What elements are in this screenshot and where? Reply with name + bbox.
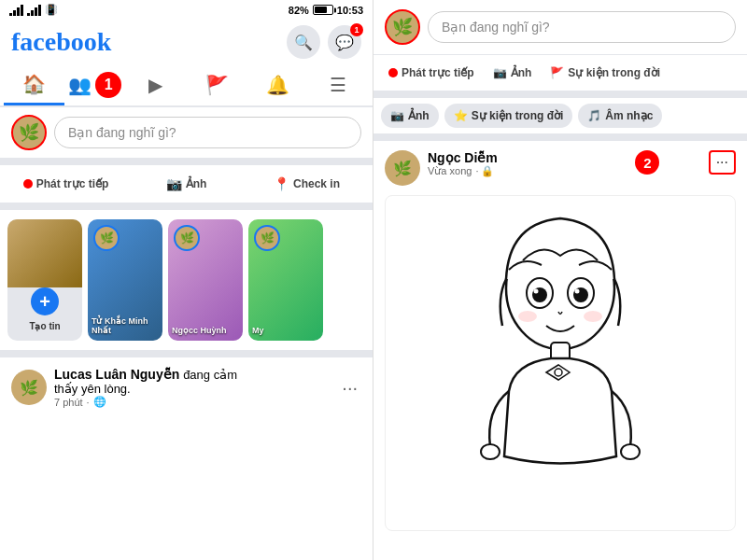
tab-friends[interactable]: 👥 1: [64, 64, 125, 105]
tab-pages[interactable]: 🚩: [187, 66, 247, 104]
user-avatar: 🌿: [11, 115, 47, 150]
checkin-label: Check in: [293, 177, 340, 190]
svg-point-12: [621, 444, 640, 459]
nav-tabs: 🏠 👥 1 ▶ 🚩 🔔 ☰: [0, 64, 373, 107]
right-post-box: 🌿 Bạn đang nghĩ gì?: [374, 0, 747, 55]
right-live-label: Phát trực tiếp: [402, 66, 474, 79]
post-meta: 7 phút · 🌐: [54, 396, 331, 408]
extra-music-button[interactable]: 🎵 Âm nhạc: [578, 104, 662, 128]
clock: 10:53: [337, 5, 363, 16]
step1-badge: 1: [95, 72, 121, 98]
svg-point-7: [518, 311, 537, 322]
post-header: 🌿 Lucas Luân Nguyễn đang cảm thấy yên lò…: [11, 367, 361, 408]
right-post: 🌿 Ngọc Diễm Vừa xong · 🔒 2 ···: [374, 141, 747, 560]
story-name-1: Tử Khắc Minh Nhất: [92, 316, 159, 335]
header-icons: 🔍 💬 1: [287, 25, 361, 59]
create-story-item[interactable]: + Tạo tin: [7, 219, 82, 341]
status-bar-left: 📳: [9, 4, 58, 16]
right-event-button[interactable]: 🚩 Sự kiện trong đời: [543, 61, 668, 85]
right-photo-button[interactable]: 📷 Ảnh: [486, 61, 540, 85]
messenger-badge: 1: [350, 23, 363, 36]
tab-home[interactable]: 🏠: [4, 65, 64, 105]
tab-video[interactable]: ▶: [125, 66, 186, 104]
checkin-icon: 📍: [274, 176, 289, 191]
svg-point-8: [584, 311, 602, 322]
right-post-meta: Vừa xong · 🔒: [428, 165, 701, 177]
extra-photo-button[interactable]: 📷 Ảnh: [381, 104, 439, 128]
privacy-globe: 🌐: [93, 396, 106, 408]
search-button[interactable]: 🔍: [287, 25, 320, 59]
right-user-avatar: 🌿: [385, 9, 420, 45]
wifi-icon: [27, 5, 41, 16]
battery-icon: [313, 5, 333, 15]
add-story-icon: +: [31, 287, 59, 315]
right-panel: 🌿 Bạn đang nghĩ gì? Phát trực tiếp 📷 Ảnh…: [374, 0, 747, 560]
extra-photo-icon: 📷: [390, 109, 404, 122]
battery-percent: 82%: [289, 5, 309, 16]
post-box: 🌿 Bạn đang nghĩ gì?: [0, 107, 373, 165]
story-name-2: Ngọcc Huỳnh: [172, 326, 239, 335]
action-row: Phát trực tiếp 📷 Ảnh 📍 Check in: [0, 165, 373, 210]
svg-point-10: [555, 369, 562, 376]
right-post-time: Vừa xong: [428, 165, 472, 177]
story-name-3: My: [252, 326, 319, 335]
right-extra-row: 📷 Ảnh ⭐ Sự kiện trong đời 🎵 Âm nhạc: [374, 98, 747, 141]
right-photo-label: Ảnh: [511, 66, 532, 79]
story-avatar-1: 🌿: [93, 225, 120, 251]
post-more-button[interactable]: ···: [338, 373, 361, 402]
right-photo-icon: 📷: [493, 66, 507, 79]
story-item-1[interactable]: 🌿 Tử Khắc Minh Nhất: [88, 219, 162, 341]
extra-music-icon: 🎵: [587, 109, 601, 122]
tab-notifications[interactable]: 🔔: [247, 66, 308, 104]
story-avatar-3: 🌿: [254, 225, 280, 251]
post-info: Lucas Luân Nguyễn đang cảm thấy yên lòng…: [54, 367, 331, 408]
right-post-image: [385, 195, 736, 531]
header: facebook 🔍 💬 1: [0, 20, 373, 64]
right-privacy-icon: · 🔒: [475, 165, 494, 177]
svg-point-11: [481, 444, 500, 459]
svg-point-5: [534, 289, 539, 294]
right-live-dot-icon: [388, 68, 398, 77]
right-action-row: Phát trực tiếp 📷 Ảnh 🚩 Sự kiện trong đời: [374, 55, 747, 98]
live-dot-icon: [23, 179, 33, 189]
facebook-logo: facebook: [11, 27, 279, 57]
create-story-label: Tạo tin: [29, 321, 60, 331]
extra-event-icon: ⭐: [454, 109, 468, 122]
post-action-text: đang cảm: [183, 368, 237, 382]
story-item-3[interactable]: 🌿 My: [248, 219, 323, 341]
right-post-author-name: Ngọc Diễm: [428, 150, 701, 165]
post-input[interactable]: Bạn đang nghĩ gì?: [54, 117, 361, 148]
extra-photo-label: Ảnh: [408, 109, 430, 122]
post-author-avatar: 🌿: [11, 370, 47, 405]
messenger-button-wrapper: 💬 1: [328, 25, 361, 59]
checkin-button[interactable]: 📍 Check in: [248, 171, 365, 197]
right-post-header: 🌿 Ngọc Diễm Vừa xong · 🔒 2 ···: [385, 150, 736, 186]
story-item-2[interactable]: 🌿 Ngọcc Huỳnh: [168, 219, 243, 341]
right-post-avatar: 🌿: [385, 150, 420, 186]
privacy-icon: ·: [87, 397, 90, 408]
right-event-icon: 🚩: [550, 66, 564, 79]
photo-label: Ảnh: [186, 177, 207, 190]
story-avatar-2: 🌿: [174, 225, 200, 251]
status-bar: 📳 82% 10:53: [0, 0, 373, 20]
right-post-input[interactable]: Bạn đang nghĩ gì?: [428, 11, 736, 43]
right-live-button[interactable]: Phát trực tiếp: [381, 61, 482, 85]
right-event-label: Sự kiện trong đời: [568, 66, 660, 79]
live-label: Phát trực tiếp: [36, 177, 109, 190]
live-button[interactable]: Phát trực tiếp: [7, 172, 124, 196]
extra-event-button[interactable]: ⭐ Sự kiện trong đời: [444, 104, 573, 128]
tab-menu[interactable]: ☰: [308, 66, 369, 104]
extra-music-label: Âm nhạc: [605, 109, 653, 122]
right-post-info: Ngọc Diễm Vừa xong · 🔒: [428, 150, 701, 177]
extra-event-label: Sự kiện trong đời: [472, 109, 564, 122]
post-action-continued: thấy yên lòng.: [54, 382, 331, 396]
post-author-name: Lucas Luân Nguyễn đang cảm: [54, 367, 331, 382]
signal-icon: [9, 5, 23, 16]
post-time: 7 phút: [54, 397, 83, 408]
photo-button[interactable]: 📷 Ảnh: [128, 171, 245, 197]
volume-icon: 📳: [45, 4, 58, 16]
right-more-button[interactable]: 2 ···: [709, 150, 736, 175]
stories-row: + Tạo tin 🌿 Tử Khắc Minh Nhất 🌿 Ngọcc Hu…: [0, 210, 373, 357]
anime-character-svg: [458, 204, 663, 522]
status-bar-right: 82% 10:53: [289, 5, 363, 16]
